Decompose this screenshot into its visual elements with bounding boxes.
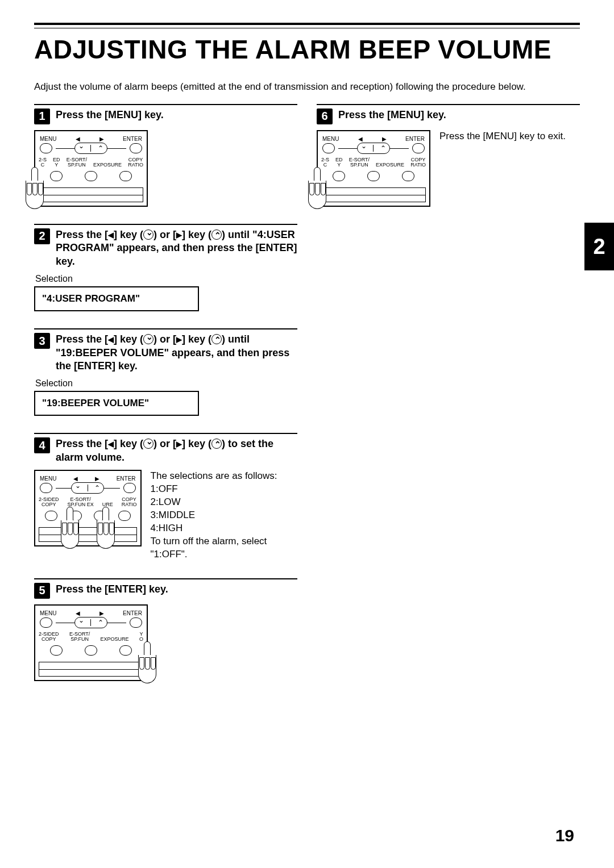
step-note: Press the [MENU] key to exit. xyxy=(439,130,566,143)
panel-label-copy-small: COPY xyxy=(42,502,56,507)
step-title: Press the [] key () or [] key () to set … xyxy=(56,437,297,464)
arrow-left-icon xyxy=(108,229,114,240)
panel-button-icon xyxy=(118,511,131,521)
panel-label-enter: ENTER xyxy=(405,136,425,142)
intro-text: Adjust the volume of alarm beeps (emitte… xyxy=(34,81,580,94)
round-down-icon xyxy=(143,439,154,449)
panel-label-c: C xyxy=(323,162,327,168)
panel-label-menu: MENU xyxy=(40,136,56,142)
round-up-icon xyxy=(211,229,222,240)
arrow-left-icon: ◀ xyxy=(73,475,78,482)
panel-label-menu: MENU xyxy=(322,136,339,142)
control-panel-illustration: MENU ◀ ▶ ENTER 2-SC xyxy=(317,130,430,207)
panel-button-icon xyxy=(45,511,57,521)
lcd-display: "4:USER PROGRAM" xyxy=(34,286,199,311)
panel-display-icon xyxy=(321,187,426,202)
panel-button-icon xyxy=(119,645,132,656)
step-divider xyxy=(34,433,297,434)
enter-button-icon xyxy=(130,143,142,153)
step-title: Press the [ENTER] key. xyxy=(56,583,168,596)
arrow-left-icon xyxy=(108,333,114,345)
step-5: 5 Press the [ENTER] key. MENU ◀ ▶ ENTER xyxy=(34,578,297,681)
menu-button-icon xyxy=(40,483,52,493)
panel-label-copy-small: COPY xyxy=(42,636,56,642)
panel-button-icon xyxy=(69,511,82,521)
control-panel-illustration: MENU ◀ ▶ ENTER 2-SIDEDCOPY xyxy=(34,470,142,546)
panel-button-icon xyxy=(50,645,63,656)
step-number: 4 xyxy=(34,437,50,453)
right-column: 6 Press the [MENU] key. MENU ◀ ▶ ENTER xyxy=(317,104,580,698)
panel-display-icon xyxy=(39,187,143,202)
nav-rocker-icon xyxy=(56,143,126,154)
panel-label-y: Y xyxy=(337,162,341,168)
step-note: The selections are as follows: 1:OFF 2:L… xyxy=(151,470,297,561)
round-down-icon xyxy=(143,334,154,344)
arrow-left-icon: ◀ xyxy=(76,610,80,616)
panel-button-icon xyxy=(85,645,97,656)
arrow-right-icon xyxy=(176,229,182,240)
arrow-left-icon xyxy=(108,438,114,449)
step-number: 6 xyxy=(317,108,333,124)
step-3: 3 Press the [] key () or [] key () until… xyxy=(34,328,297,416)
arrow-right-icon xyxy=(176,438,182,449)
panel-label-enter: ENTER xyxy=(117,475,136,482)
left-column: 1 Press the [MENU] key. MENU ◀ ▶ ENTER xyxy=(34,104,297,698)
arrow-left-icon: ◀ xyxy=(358,136,363,142)
panel-label-enter: ENTER xyxy=(123,610,142,616)
step-1: 1 Press the [MENU] key. MENU ◀ ▶ ENTER xyxy=(34,104,297,207)
step-number: 5 xyxy=(34,583,50,599)
step-divider xyxy=(317,104,580,105)
selection-label: Selection xyxy=(35,274,297,284)
panel-label-ratio: RATIO xyxy=(410,162,426,168)
menu-button-icon xyxy=(322,143,335,153)
step-divider xyxy=(34,104,297,105)
step-number: 3 xyxy=(34,333,50,349)
nav-rocker-icon xyxy=(56,617,126,628)
step-divider xyxy=(34,328,297,329)
step-2: 2 Press the [] key () or [] key () until… xyxy=(34,224,297,311)
panel-label-ratio: RATIO xyxy=(128,162,143,168)
menu-button-icon xyxy=(40,617,52,628)
panel-label-spfun: SP.FUN EX xyxy=(67,502,93,507)
control-panel-illustration: MENU ◀ ▶ ENTER 2-SIDEDCOPY E-SORT/SP.FUN xyxy=(34,604,148,681)
panel-label-exposure: EXPOSURE xyxy=(93,162,122,168)
panel-button-icon xyxy=(367,171,380,181)
top-rule xyxy=(34,23,580,28)
page-number: 19 xyxy=(555,826,574,845)
panel-label-exposure: EXPOSURE xyxy=(101,636,129,642)
panel-button-icon xyxy=(85,171,97,181)
arrow-right-icon: ▶ xyxy=(95,475,99,482)
round-down-icon xyxy=(143,229,154,240)
menu-button-icon xyxy=(40,143,52,153)
enter-button-icon xyxy=(123,483,136,493)
control-panel-illustration: MENU ◀ ▶ ENTER 2-SC EDY E-SORT/SP. xyxy=(34,130,148,207)
step-number: 1 xyxy=(34,108,50,124)
page-title: ADJUSTING THE ALARM BEEP VOLUME xyxy=(34,34,580,65)
panel-label-ratio: RATIO xyxy=(122,502,137,507)
enter-button-icon xyxy=(130,617,142,628)
panel-label-exposure: EXPOSURE xyxy=(376,162,404,168)
round-up-icon xyxy=(211,439,222,449)
step-number: 2 xyxy=(34,228,50,244)
panel-label-ure: URE xyxy=(102,502,113,507)
panel-button-icon xyxy=(50,171,63,181)
step-title: Press the [] key () or [] key () until "… xyxy=(56,228,297,268)
nav-rocker-icon xyxy=(338,143,409,154)
panel-label-menu: MENU xyxy=(40,475,56,482)
panel-label-o: O xyxy=(139,636,143,642)
enter-button-icon xyxy=(412,143,425,153)
arrow-right-icon xyxy=(176,333,182,345)
panel-label-enter: ENTER xyxy=(123,136,142,142)
panel-label-menu: MENU xyxy=(40,610,56,616)
nav-rocker-icon xyxy=(56,482,120,494)
panel-label-c: C xyxy=(41,162,45,168)
panel-button-icon xyxy=(402,171,414,181)
arrow-left-icon: ◀ xyxy=(76,136,80,142)
round-up-icon xyxy=(211,334,222,344)
step-title: Press the [MENU] key. xyxy=(56,108,164,122)
arrow-right-icon: ▶ xyxy=(382,136,387,142)
arrow-right-icon: ▶ xyxy=(99,610,104,616)
panel-label-spfun: SP.FUN xyxy=(350,162,368,168)
step-title: Press the [MENU] key. xyxy=(338,108,446,122)
panel-label-y: Y xyxy=(55,162,58,168)
